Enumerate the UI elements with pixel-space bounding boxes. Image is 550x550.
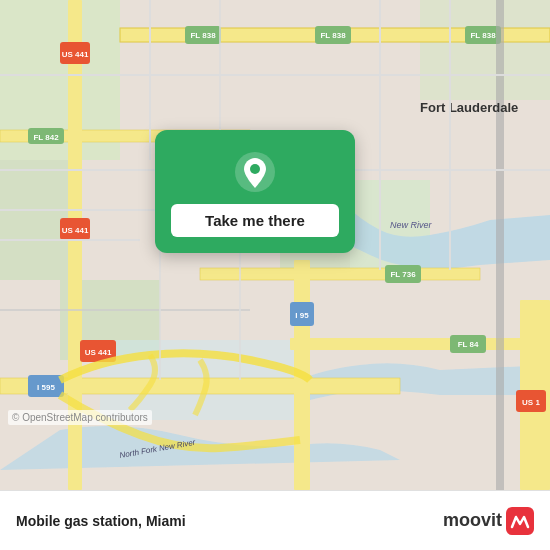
svg-text:FL 838: FL 838 (190, 31, 216, 40)
svg-text:US 441: US 441 (85, 348, 112, 357)
svg-text:FL 838: FL 838 (470, 31, 496, 40)
location-info: Mobile gas station, Miami (16, 513, 186, 529)
popup-card: Take me there (155, 130, 355, 253)
svg-text:US 441: US 441 (62, 50, 89, 59)
svg-point-60 (250, 164, 260, 174)
svg-text:US 441: US 441 (62, 226, 89, 235)
svg-rect-20 (200, 268, 480, 280)
copyright-text: © OpenStreetMap contributors (8, 410, 152, 425)
svg-text:FL 842: FL 842 (33, 133, 59, 142)
svg-rect-61 (506, 507, 534, 535)
bottom-bar: Mobile gas station, Miami moovit (0, 490, 550, 550)
moovit-logo: moovit (443, 507, 534, 535)
svg-rect-31 (290, 338, 550, 350)
svg-rect-4 (420, 0, 550, 100)
svg-text:FL 838: FL 838 (320, 31, 346, 40)
svg-text:FL 84: FL 84 (458, 340, 479, 349)
svg-text:FL 736: FL 736 (390, 270, 416, 279)
map-container: FL 838 FL 838 FL 838 FL 842 FL 736 I 595… (0, 0, 550, 490)
location-name: Mobile gas station, Miami (16, 513, 186, 529)
svg-text:Fort Lauderdale: Fort Lauderdale (420, 100, 518, 115)
take-me-there-button[interactable]: Take me there (171, 204, 339, 237)
moovit-logo-icon (506, 507, 534, 535)
moovit-brand-text: moovit (443, 510, 502, 531)
svg-text:New River: New River (390, 220, 433, 230)
svg-text:I 595: I 595 (37, 383, 55, 392)
svg-rect-44 (496, 0, 504, 490)
svg-text:US 1: US 1 (522, 398, 540, 407)
location-pin-icon (233, 150, 277, 194)
svg-text:I 95: I 95 (295, 311, 309, 320)
